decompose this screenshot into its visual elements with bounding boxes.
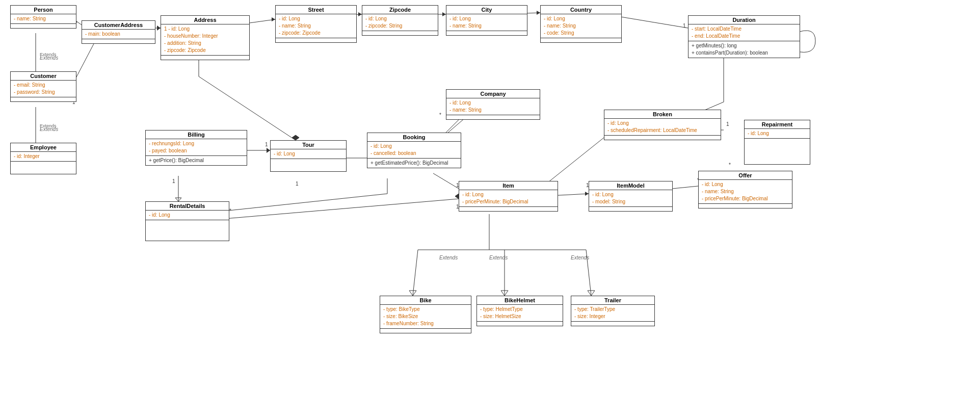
attr-customer-email: - email: String bbox=[14, 82, 73, 89]
attr-broken-scheduledrepairment: - scheduledRepairment: LocalDateTime bbox=[607, 127, 718, 134]
class-address-header: Address bbox=[161, 16, 249, 24]
attr-broken-id: - id: Long bbox=[607, 120, 718, 127]
class-employee-header: Employee bbox=[11, 143, 76, 152]
attr-bikehelmet-type: - type: HelmetType bbox=[480, 306, 560, 313]
extends-label-2: Extends bbox=[40, 126, 58, 132]
class-customeraddress-header: CustomerAddress bbox=[82, 21, 155, 30]
class-item: Item - id: Long - pricePerMinute: BigDec… bbox=[459, 181, 558, 212]
attr-offer-pricepermintue: - pricePerMinute: BigDecimal bbox=[702, 195, 789, 202]
svg-marker-54 bbox=[175, 198, 181, 201]
class-repairment-header: Repairment bbox=[745, 120, 810, 129]
svg-line-33 bbox=[219, 199, 459, 219]
mult-dur-1: 1 bbox=[683, 23, 686, 29]
svg-marker-25 bbox=[292, 135, 299, 140]
class-company-header: Company bbox=[446, 90, 540, 98]
extends-label-bike: Extends bbox=[439, 255, 458, 260]
class-zipcode-empty bbox=[362, 31, 438, 35]
class-street-attrs: - id: Long - name: String - zipcode: Zip… bbox=[276, 14, 356, 38]
attr-duration-start: - start: LocalDateTime bbox=[692, 25, 797, 33]
class-offer-header: Offer bbox=[699, 171, 792, 180]
class-billing-attrs: - rechnungsId: Long - payed: boolean bbox=[146, 139, 247, 156]
class-rentaldetails-empty bbox=[146, 220, 229, 241]
mult-bill-1b: 1 bbox=[265, 142, 268, 147]
class-country: Country - id: Long - name: String - code… bbox=[540, 5, 622, 43]
class-trailer-header: Trailer bbox=[571, 296, 654, 305]
attr-street-zipcode: - zipcode: Zipcode bbox=[279, 30, 353, 37]
class-itemmodel-empty bbox=[589, 207, 672, 211]
class-street-header: Street bbox=[276, 6, 356, 14]
svg-marker-21 bbox=[537, 11, 540, 15]
class-bikehelmet-header: BikeHelmet bbox=[477, 296, 563, 305]
extends-label-trailer: Extends bbox=[571, 255, 589, 260]
attr-address-addition: - addition: String bbox=[164, 40, 246, 47]
class-street-empty bbox=[276, 38, 356, 42]
class-address-attrs: 1 - id: Long - houseNumber: Integer - ad… bbox=[161, 24, 249, 56]
attr-customer-password: - password: String bbox=[14, 89, 73, 96]
extends-label-helmet: Extends bbox=[489, 255, 508, 260]
class-person: Person - name: String bbox=[10, 5, 76, 29]
class-item-header: Item bbox=[459, 181, 558, 190]
class-bike-empty bbox=[380, 329, 471, 333]
svg-marker-15 bbox=[358, 12, 362, 16]
class-city-empty bbox=[446, 31, 527, 35]
class-repairment: Repairment - id: Long bbox=[744, 120, 810, 165]
class-broken-attrs: - id: Long - scheduledRepairment: LocalD… bbox=[604, 119, 721, 136]
class-repairment-empty bbox=[745, 139, 810, 164]
class-tour-empty bbox=[271, 159, 346, 171]
class-customeraddress-attrs: - main: boolean bbox=[82, 30, 155, 39]
method-duration-getminutes: + getMinutes(): long bbox=[692, 42, 797, 49]
class-bikehelmet-attrs: - type: HelmetType - size: HelmetSize bbox=[477, 305, 563, 322]
class-bike-header: Bike bbox=[380, 296, 471, 305]
attr-street-name: - name: String bbox=[279, 22, 353, 30]
class-bike-attrs: - type: BikeType - size: BikeSize - fram… bbox=[380, 305, 471, 329]
class-zipcode: Zipcode - id: Long - zipcode: String bbox=[362, 5, 438, 36]
svg-marker-18 bbox=[442, 12, 446, 16]
attr-duration-end: - end: LocalDateTime bbox=[692, 33, 797, 40]
attr-address-housenumber: - houseNumber: Integer bbox=[164, 33, 246, 40]
attr-zipcode-zipcode: - zipcode: String bbox=[365, 22, 435, 30]
attr-rentaldetails-id: - id: Long bbox=[149, 212, 226, 219]
class-address-empty bbox=[161, 56, 249, 60]
extends-label-1: Extends bbox=[40, 55, 58, 61]
attr-bike-framenumber: - frameNumber: String bbox=[383, 320, 468, 327]
class-booking-methods: + getEstimatedPrice(): BigDecimal bbox=[367, 159, 461, 168]
class-billing-methods: + getPrice(): BigDecimal bbox=[146, 156, 247, 165]
attr-bike-size: - size: BikeSize bbox=[383, 313, 468, 320]
class-bikehelmet: BikeHelmet - type: HelmetType - size: He… bbox=[476, 296, 563, 326]
attr-billing-payed: - payed: boolean bbox=[149, 147, 244, 154]
class-street: Street - id: Long - name: String - zipco… bbox=[275, 5, 357, 43]
class-trailer: Trailer - type: TrailerType - size: Inte… bbox=[571, 296, 655, 326]
attr-tour-id: - id: Long bbox=[274, 150, 343, 158]
attr-street-id: - id: Long bbox=[279, 15, 353, 22]
attr-company-id: - id: Long bbox=[449, 99, 537, 107]
svg-marker-38 bbox=[585, 192, 589, 196]
attr-bike-type: - type: BikeType bbox=[383, 306, 468, 313]
attr-employee-id: - id: Integer bbox=[14, 153, 73, 160]
class-duration-attrs: - start: LocalDateTime - end: LocalDateT… bbox=[688, 24, 800, 41]
class-billing-header: Billing bbox=[146, 130, 247, 139]
class-itemmodel-attrs: - id: Long - model: String bbox=[589, 190, 672, 207]
class-city: City - id: Long - name: String bbox=[446, 5, 527, 36]
svg-marker-48 bbox=[409, 291, 416, 296]
class-trailer-attrs: - type: TrailerType - size: Integer bbox=[571, 305, 654, 322]
attr-trailer-type: - type: TrailerType bbox=[574, 306, 651, 313]
svg-marker-12 bbox=[272, 17, 275, 21]
class-tour-attrs: - id: Long bbox=[271, 149, 346, 159]
class-item-attrs: - id: Long - pricePerMinute: BigDecimal bbox=[459, 190, 558, 207]
class-tour: Tour - id: Long bbox=[270, 140, 347, 172]
class-address: Address 1 - id: Long - houseNumber: Inte… bbox=[161, 15, 250, 60]
class-duration: Duration - start: LocalDateTime - end: L… bbox=[688, 15, 800, 58]
class-rentaldetails: RentalDetails - id: Long bbox=[145, 201, 229, 241]
class-bike: Bike - type: BikeType - size: BikeSize -… bbox=[380, 296, 471, 333]
class-employee-attrs: - id: Integer bbox=[11, 152, 76, 162]
class-person-header: Person bbox=[11, 6, 76, 14]
svg-marker-52 bbox=[588, 291, 595, 296]
class-country-attrs: - id: Long - name: String - code: String bbox=[541, 14, 621, 38]
class-customeraddress: CustomerAddress - main: boolean bbox=[82, 20, 155, 44]
attr-bikehelmet-size: - size: HelmetSize bbox=[480, 313, 560, 320]
attr-zipcode-id: - id: Long bbox=[365, 15, 435, 22]
method-booking-getestimatedprice: + getEstimatedPrice(): BigDecimal bbox=[370, 160, 458, 167]
class-booking: Booking - id: Long - cancelled: boolean … bbox=[367, 133, 461, 168]
class-customer: Customer - email: String - password: Str… bbox=[10, 71, 76, 102]
class-duration-methods: + getMinutes(): long + containsPart(Dura… bbox=[688, 41, 800, 58]
